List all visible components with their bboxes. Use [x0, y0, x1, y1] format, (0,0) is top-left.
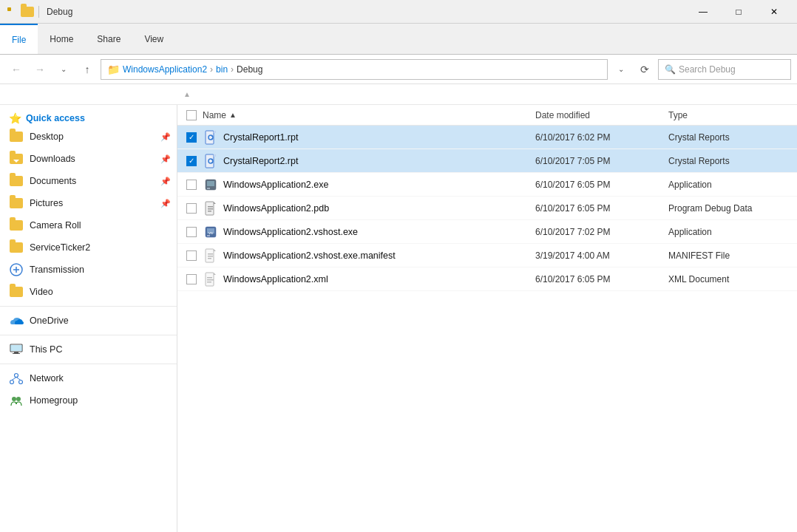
file-name-cell: WindowsApplication2.pdb — [203, 200, 535, 216]
file-row[interactable]: CrystalReport2.rpt6/10/2017 7:05 PMCryst… — [177, 149, 797, 173]
camera-roll-folder-icon — [9, 218, 24, 233]
svg-rect-5 — [13, 353, 20, 354]
tab-home[interactable]: Home — [38, 24, 85, 54]
file-type-icon — [203, 248, 219, 264]
svg-point-7 — [10, 381, 14, 384]
search-box[interactable]: 🔍 Search Debug — [658, 59, 791, 80]
file-name-label: CrystalReport1.rpt — [223, 132, 535, 143]
collapse-arrow[interactable]: ▲ — [183, 90, 191, 98]
svg-point-8 — [19, 381, 23, 384]
file-type-icon — [203, 271, 219, 287]
file-row-check[interactable] — [180, 156, 203, 166]
sidebar-item-homegroup[interactable]: Homegroup — [0, 389, 177, 412]
sidebar-item-desktop[interactable]: Desktop 📌 — [0, 126, 177, 148]
sidebar-item-camera-roll[interactable]: Camera Roll — [0, 214, 177, 236]
tab-file[interactable]: File — [0, 24, 38, 54]
sidebar-item-downloads[interactable]: Downloads 📌 — [0, 148, 177, 170]
file-column-headers: Name ▲ Date modified Type — [177, 105, 797, 126]
svg-rect-0 — [7, 7, 11, 11]
maximize-button[interactable]: □ — [722, 0, 756, 24]
breadcrumb-part3: Debug — [237, 64, 262, 75]
file-checkbox[interactable] — [186, 180, 197, 190]
sidebar-item-onedrive[interactable]: OneDrive — [0, 310, 177, 332]
file-checkbox[interactable] — [186, 227, 197, 237]
file-row-check[interactable] — [180, 203, 203, 214]
sidebar-divider1 — [0, 306, 177, 307]
close-button[interactable]: ✕ — [757, 0, 791, 24]
header-check[interactable] — [180, 110, 203, 120]
file-checkbox[interactable] — [186, 132, 197, 143]
file-row[interactable]: WindowsApplication2.xml6/10/2017 6:05 PM… — [177, 267, 797, 291]
file-checkbox[interactable] — [186, 156, 197, 166]
svg-marker-25 — [214, 202, 216, 204]
file-row[interactable]: CrystalReport1.rpt6/10/2017 6:02 PMCryst… — [177, 126, 797, 149]
file-name-cell: vs WindowsApplication2.vshost.exe — [203, 224, 535, 240]
sidebar-item-network[interactable]: Network — [0, 367, 177, 389]
documents-folder-icon — [9, 174, 24, 188]
file-checkbox[interactable] — [186, 274, 197, 284]
tab-share[interactable]: Share — [85, 24, 132, 54]
file-type-icon — [203, 177, 219, 193]
sidebar-item-documents[interactable]: Documents 📌 — [0, 170, 177, 192]
sidebar-item-transmission[interactable]: Transmission — [0, 259, 177, 281]
svg-rect-3 — [10, 345, 22, 351]
file-row[interactable]: WindowsApplication2.vshost.exe.manifest3… — [177, 244, 797, 267]
downloads-pin-icon: 📌 — [160, 154, 171, 164]
file-row[interactable]: vs WindowsApplication2.vshost.exe6/10/20… — [177, 220, 797, 244]
sidebar-item-this-pc[interactable]: This PC — [0, 338, 177, 361]
network-icon — [9, 371, 24, 386]
desktop-label: Desktop — [30, 132, 64, 142]
sidebar-item-pictures[interactable]: Pictures 📌 — [0, 192, 177, 214]
file-row-check[interactable] — [180, 132, 203, 143]
header-date-modified[interactable]: Date modified — [535, 110, 668, 120]
sidebar-item-video[interactable]: Video — [0, 281, 177, 303]
breadcrumb-part2: bin — [216, 64, 228, 75]
file-type-label: Application — [668, 227, 794, 237]
this-pc-label: This PC — [30, 344, 62, 355]
pin-icon — [6, 6, 18, 18]
tab-view[interactable]: View — [132, 24, 175, 54]
svg-rect-31 — [207, 235, 210, 236]
refresh-button[interactable]: ⟳ — [634, 59, 655, 80]
transmission-label: Transmission — [30, 265, 84, 275]
up-button[interactable]: ↑ — [77, 59, 98, 80]
file-row[interactable]: WindowsApplication2.exe6/10/2017 6:05 PM… — [177, 173, 797, 197]
breadcrumb-sep2: › — [231, 64, 234, 75]
breadcrumb-folder-icon: 📁 — [107, 64, 120, 75]
file-name-cell: WindowsApplication2.xml — [203, 271, 535, 287]
sidebar-item-serviceticker2[interactable]: ServiceTicker2 — [0, 236, 177, 259]
file-type-label: XML Document — [668, 274, 794, 284]
camera-roll-label: Camera Roll — [30, 220, 81, 231]
minimize-button[interactable]: — — [686, 0, 720, 24]
file-checkbox[interactable] — [186, 250, 197, 261]
homegroup-icon — [9, 393, 24, 408]
file-date-label: 6/10/2017 6:05 PM — [535, 180, 668, 190]
svg-rect-22 — [207, 181, 214, 186]
sort-bar: ▲ — [0, 84, 797, 105]
file-row-check[interactable] — [180, 227, 203, 237]
homegroup-label: Homegroup — [30, 395, 78, 406]
breadcrumb[interactable]: 📁 WindowsApplication2 › bin › Debug — [101, 59, 608, 80]
back-button[interactable]: ← — [6, 59, 27, 80]
recent-locations-button[interactable]: ⌄ — [53, 59, 74, 80]
sidebar-quick-access-header[interactable]: ⭐ Quick access — [0, 108, 177, 126]
svg-rect-26 — [208, 206, 213, 208]
this-pc-icon — [9, 342, 24, 357]
svg-line-10 — [16, 378, 21, 381]
file-date-label: 6/10/2017 7:05 PM — [535, 156, 668, 166]
file-name-cell: WindowsApplication2.exe — [203, 177, 535, 193]
header-type[interactable]: Type — [668, 110, 794, 120]
select-all-checkbox[interactable] — [186, 110, 197, 120]
breadcrumb-dropdown[interactable]: ⌄ — [611, 59, 631, 80]
sort-arrow-name: ▲ — [229, 111, 237, 119]
header-name[interactable]: Name ▲ — [203, 110, 535, 120]
search-placeholder: Search Debug — [679, 64, 736, 75]
file-row-check[interactable] — [180, 250, 203, 261]
file-row[interactable]: WindowsApplication2.pdb6/10/2017 6:05 PM… — [177, 197, 797, 220]
file-row-check[interactable] — [180, 180, 203, 190]
toolbar: ← → ⌄ ↑ 📁 WindowsApplication2 › bin › De… — [0, 55, 797, 84]
file-row-check[interactable] — [180, 274, 203, 284]
file-checkbox[interactable] — [186, 203, 197, 214]
window-controls: — □ ✕ — [686, 0, 791, 24]
forward-button[interactable]: → — [30, 59, 50, 80]
